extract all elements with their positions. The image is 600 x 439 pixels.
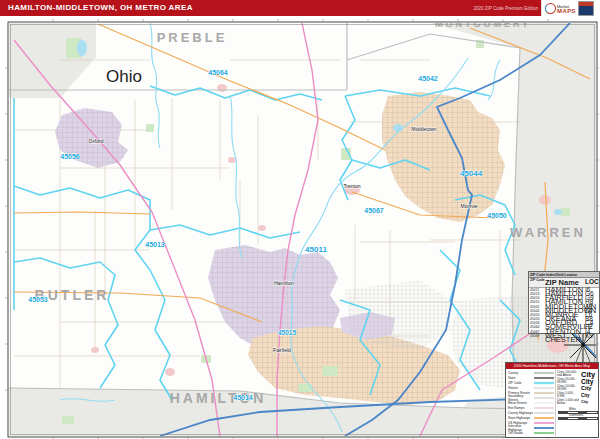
city-label-trenton: Trenton xyxy=(343,183,360,189)
marketmaps-logo: Market MAPS xyxy=(541,0,600,17)
zip-label-45067: 45067 xyxy=(364,207,384,214)
col-zip-code: ZIP Code xyxy=(530,278,545,287)
county-label-warren: WARREN xyxy=(510,225,586,240)
edition-label: 2020 ZIP Code Premium Edition xyxy=(474,6,538,11)
legend-line-items: County State ZIP Code Streets Primary St… xyxy=(506,369,555,436)
city-label-hamilton: Hamilton xyxy=(274,280,294,286)
page-title: HAMILTON-MIDDLETOWN, OH METRO AREA xyxy=(8,3,193,12)
legend-city-items: Cities 100,000 and AboveCity Cities 50,0… xyxy=(555,369,598,436)
map-sheet: HAMILTON-MIDDLETOWN, OH METRO AREA 2020 … xyxy=(0,0,600,439)
header-bar: HAMILTON-MIDDLETOWN, OH METRO AREA 2020 … xyxy=(0,0,600,16)
zip-label-45011: 45011 xyxy=(305,245,327,254)
scale-bars: Miles Kilometers xyxy=(557,408,596,420)
zip-label-45044: 45044 xyxy=(460,169,483,178)
globe-icon xyxy=(545,3,556,14)
zip-label-45014: 45014 xyxy=(233,394,253,401)
city-label-monroe: Monroe xyxy=(461,203,478,209)
brand-maps: MAPS xyxy=(557,9,576,13)
city-label-oxford: Oxford xyxy=(88,138,103,144)
city-label-middletown: Middletown xyxy=(411,126,437,132)
zip-label-45053: 45053 xyxy=(28,296,48,303)
city-label-fairfield: Fairfield xyxy=(273,347,291,353)
zip-label-45013: 45013 xyxy=(145,241,165,248)
zip-label-45050: 45050 xyxy=(487,212,507,219)
state-label: Ohio xyxy=(106,67,142,86)
zip-label-45064: 45064 xyxy=(208,69,228,76)
zip-label-45042: 45042 xyxy=(418,75,438,82)
zip-label-45015: 45015 xyxy=(278,329,296,336)
logo-contact-box xyxy=(578,1,594,16)
legend-panel[interactable]: 2020 Hamilton-Middletown, OH Metro Area … xyxy=(505,362,599,438)
zip-index-table[interactable]: ZIP Code Index/Grid Locator ZIP Code ZIP… xyxy=(528,271,600,334)
zip-label-45056: 45056 xyxy=(60,153,80,160)
county-label-preble: PREBLE xyxy=(157,30,228,45)
table-row: 45069WEST CHESTERK9 xyxy=(529,334,599,342)
